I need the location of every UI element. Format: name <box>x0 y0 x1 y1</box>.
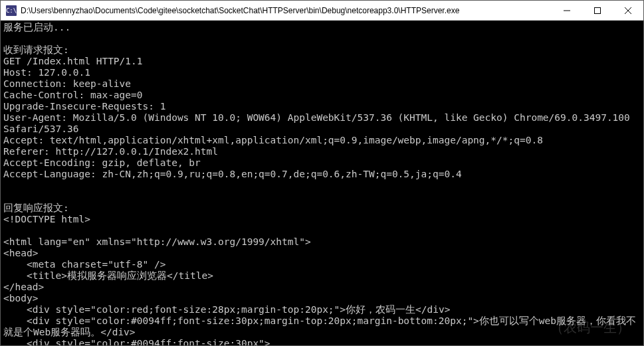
console-text: 服务已启动... 收到请求报文: GET /Index.html HTTP/1.… <box>3 22 636 345</box>
window-title: D:\Users\bennyzhao\Documents\Code\gitee\… <box>21 6 552 15</box>
minimize-button[interactable] <box>552 1 582 20</box>
close-icon <box>625 7 631 14</box>
svg-rect-1 <box>595 7 601 13</box>
titlebar[interactable]: C:\ D:\Users\bennyzhao\Documents\Code\gi… <box>1 1 643 21</box>
console-output[interactable]: 服务已启动... 收到请求报文: GET /Index.html HTTP/1.… <box>1 21 643 345</box>
maximize-icon <box>594 7 601 14</box>
window-controls <box>552 1 643 20</box>
close-button[interactable] <box>613 1 643 20</box>
minimize-icon <box>564 7 570 14</box>
console-window: C:\ D:\Users\bennyzhao\Documents\Code\gi… <box>0 0 644 346</box>
maximize-button[interactable] <box>582 1 613 20</box>
app-icon: C:\ <box>6 5 17 16</box>
